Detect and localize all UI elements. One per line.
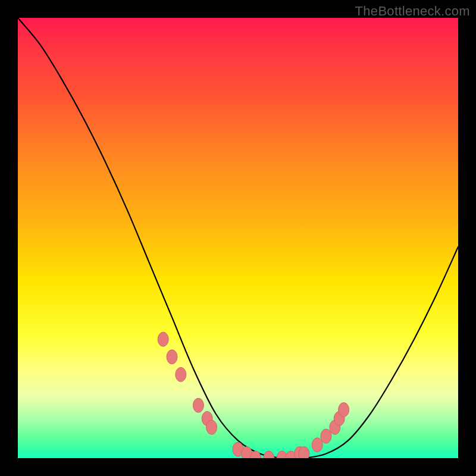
bottleneck-curve-svg: [18, 18, 458, 458]
plot-area: [18, 18, 458, 458]
curve-marker: [176, 367, 186, 381]
curve-marker: [321, 429, 331, 443]
curve-marker: [206, 420, 217, 434]
curve-marker: [312, 438, 322, 452]
chart-frame: TheBottleneck.com: [0, 0, 476, 476]
curve-marker: [158, 332, 168, 346]
curve-marker: [193, 398, 203, 412]
curve-marker: [299, 447, 309, 458]
curve-marker: [167, 350, 177, 364]
curve-marker: [339, 403, 349, 417]
watermark-text: TheBottleneck.com: [355, 4, 470, 19]
bottleneck-curve: [18, 18, 458, 458]
curve-marker: [264, 451, 274, 458]
